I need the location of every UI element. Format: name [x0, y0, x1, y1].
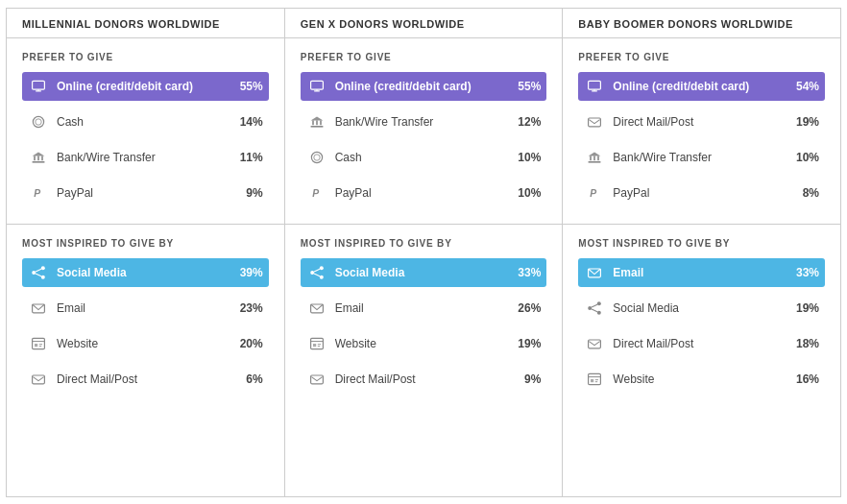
svg-line-37 [314, 269, 320, 272]
svg-marker-50 [589, 152, 601, 156]
monitor-icon [306, 76, 327, 97]
item-label: Online (credit/debit card) [335, 80, 513, 93]
item-pct: 33% [518, 266, 541, 279]
inspire-item-boomer-0: Email33% [578, 258, 825, 287]
svg-rect-23 [310, 81, 323, 89]
column-genx: GEN X DONORS WORLDWIDEPREFER TO GIVE Onl… [285, 9, 564, 496]
svg-marker-5 [33, 152, 45, 156]
column-boomer: BABY BOOMER DONORS WORLDWIDEPREFER TO GI… [563, 9, 840, 496]
item-pct: 9% [246, 186, 262, 200]
item-label: Email [613, 266, 790, 279]
item-pct: 39% [240, 266, 263, 279]
svg-rect-52 [594, 156, 596, 160]
svg-rect-62 [589, 340, 601, 348]
bank-icon [306, 111, 327, 132]
svg-point-59 [597, 310, 601, 314]
cash-icon [306, 147, 327, 168]
prefer-item-millennial-2: Bank/Wire Transfer11% [22, 143, 269, 172]
inspire-item-genx-1: Email26% [301, 294, 547, 323]
item-pct: 9% [524, 372, 541, 386]
inspire-item-genx-2: Website19% [301, 329, 547, 358]
item-label: Email [57, 301, 234, 315]
item-pct: 19% [796, 301, 819, 315]
svg-point-3 [33, 116, 43, 127]
item-pct: 18% [796, 337, 819, 350]
svg-text:P: P [34, 188, 40, 199]
prefer-item-genx-2: Cash10% [301, 143, 547, 172]
svg-point-34 [319, 266, 323, 270]
monitor-icon [28, 76, 49, 97]
svg-rect-40 [310, 338, 323, 348]
prefer-item-boomer-3: P PayPal8% [578, 179, 825, 207]
item-label: PayPal [57, 186, 240, 200]
main-container: MILLENNIAL DONORS WORLDWIDEPREFER TO GIV… [6, 8, 841, 497]
item-label: Website [57, 337, 234, 350]
prefer-title-genx: PREFER TO GIVE [301, 52, 547, 62]
prefer-item-boomer-1: Direct Mail/Post19% [578, 108, 825, 136]
svg-rect-21 [39, 346, 41, 347]
svg-line-14 [36, 269, 41, 272]
directmail-icon [584, 111, 605, 132]
svg-rect-19 [35, 344, 37, 347]
svg-rect-65 [591, 379, 593, 382]
svg-point-12 [32, 271, 36, 275]
item-pct: 23% [240, 301, 263, 315]
item-pct: 19% [518, 337, 541, 350]
item-label: Social Media [57, 266, 234, 279]
item-label: Online (credit/debit card) [613, 80, 790, 93]
inspire-item-boomer-1: Social Media19% [578, 294, 825, 323]
email-icon [584, 262, 605, 283]
item-label: Direct Mail/Post [613, 115, 790, 129]
inspire-item-millennial-0: Social Media39% [22, 258, 269, 287]
inspire-item-boomer-2: Direct Mail/Post18% [578, 329, 825, 358]
share-icon [306, 262, 327, 283]
svg-rect-51 [591, 156, 593, 160]
svg-point-57 [597, 301, 601, 305]
svg-rect-67 [595, 381, 597, 382]
item-pct: 55% [518, 80, 541, 93]
item-pct: 33% [796, 266, 819, 279]
website-icon [584, 369, 605, 390]
paypal-icon: P [584, 182, 605, 204]
prefer-section-boomer: PREFER TO GIVE Online (credit/debit card… [563, 38, 840, 225]
paypal-icon: P [306, 182, 327, 204]
svg-point-4 [36, 118, 41, 124]
inspire-item-millennial-1: Email23% [22, 294, 269, 323]
email-icon [28, 298, 49, 319]
bank-icon [28, 147, 49, 168]
svg-rect-44 [317, 346, 319, 347]
item-pct: 10% [796, 151, 819, 164]
column-header-genx: GEN X DONORS WORLDWIDE [285, 9, 563, 38]
svg-point-11 [41, 266, 45, 270]
item-label: Bank/Wire Transfer [57, 151, 234, 164]
directmail-icon [28, 369, 49, 390]
prefer-item-genx-1: Bank/Wire Transfer12% [301, 108, 547, 136]
item-label: PayPal [613, 186, 796, 200]
inspire-item-millennial-3: Direct Mail/Post6% [22, 365, 269, 394]
prefer-section-millennial: PREFER TO GIVE Online (credit/debit card… [7, 38, 284, 225]
inspire-section-boomer: MOST INSPIRED TO GIVE BY Email33% Social… [563, 225, 840, 410]
item-pct: 8% [803, 186, 819, 200]
svg-rect-45 [310, 375, 323, 384]
prefer-section-genx: PREFER TO GIVE Online (credit/debit card… [285, 38, 563, 225]
item-pct: 12% [518, 115, 541, 129]
column-millennial: MILLENNIAL DONORS WORLDWIDEPREFER TO GIV… [7, 9, 285, 496]
inspire-title-boomer: MOST INSPIRED TO GIVE BY [578, 238, 825, 249]
email-icon [306, 298, 327, 319]
svg-rect-7 [37, 156, 39, 160]
website-icon [28, 333, 49, 354]
item-label: Online (credit/debit card) [57, 80, 234, 93]
item-label: Website [613, 372, 790, 386]
svg-rect-63 [589, 373, 601, 384]
svg-rect-20 [39, 344, 42, 345]
svg-rect-43 [317, 344, 320, 345]
item-label: Bank/Wire Transfer [613, 151, 790, 164]
item-pct: 10% [518, 151, 541, 164]
inspire-item-millennial-2: Website20% [22, 329, 269, 358]
prefer-item-millennial-0: Online (credit/debit card)55% [22, 72, 269, 101]
item-label: Direct Mail/Post [613, 337, 790, 350]
share-icon [28, 262, 49, 283]
column-header-millennial: MILLENNIAL DONORS WORLDWIDE [7, 9, 284, 38]
svg-rect-22 [33, 375, 45, 384]
item-pct: 14% [240, 115, 263, 129]
